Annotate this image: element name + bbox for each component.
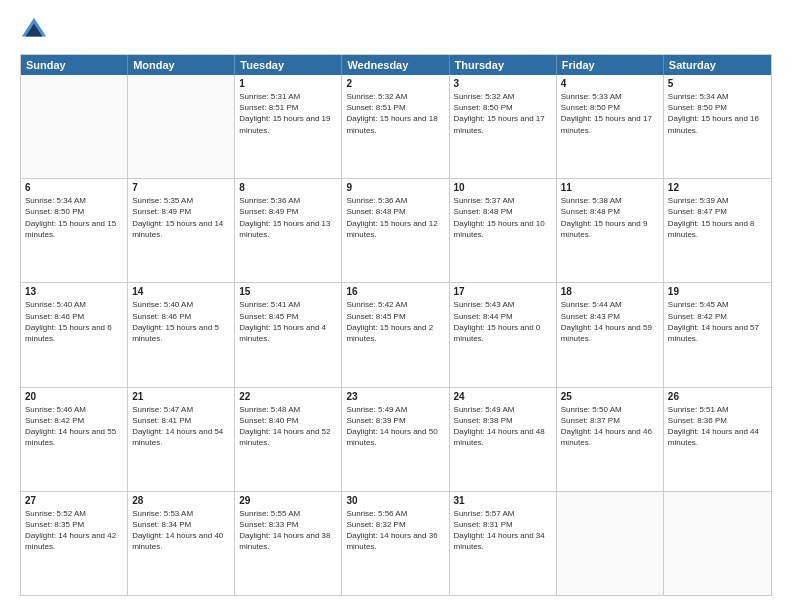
day-number: 15 [239,286,337,297]
calendar-cell: 31Sunrise: 5:57 AM Sunset: 8:31 PM Dayli… [450,492,557,595]
calendar-cell [664,492,771,595]
cell-info: Sunrise: 5:51 AM Sunset: 8:36 PM Dayligh… [668,404,767,449]
calendar-header-cell: Monday [128,55,235,75]
cell-info: Sunrise: 5:49 AM Sunset: 8:38 PM Dayligh… [454,404,552,449]
day-number: 9 [346,182,444,193]
cell-info: Sunrise: 5:34 AM Sunset: 8:50 PM Dayligh… [25,195,123,240]
calendar-cell: 21Sunrise: 5:47 AM Sunset: 8:41 PM Dayli… [128,388,235,491]
cell-info: Sunrise: 5:41 AM Sunset: 8:45 PM Dayligh… [239,299,337,344]
calendar-cell: 16Sunrise: 5:42 AM Sunset: 8:45 PM Dayli… [342,283,449,386]
day-number: 5 [668,78,767,89]
cell-info: Sunrise: 5:34 AM Sunset: 8:50 PM Dayligh… [668,91,767,136]
day-number: 27 [25,495,123,506]
calendar-cell: 28Sunrise: 5:53 AM Sunset: 8:34 PM Dayli… [128,492,235,595]
calendar-cell: 30Sunrise: 5:56 AM Sunset: 8:32 PM Dayli… [342,492,449,595]
cell-info: Sunrise: 5:38 AM Sunset: 8:48 PM Dayligh… [561,195,659,240]
calendar-cell: 8Sunrise: 5:36 AM Sunset: 8:49 PM Daylig… [235,179,342,282]
cell-info: Sunrise: 5:47 AM Sunset: 8:41 PM Dayligh… [132,404,230,449]
cell-info: Sunrise: 5:42 AM Sunset: 8:45 PM Dayligh… [346,299,444,344]
calendar-cell: 2Sunrise: 5:32 AM Sunset: 8:51 PM Daylig… [342,75,449,178]
calendar-cell: 10Sunrise: 5:37 AM Sunset: 8:48 PM Dayli… [450,179,557,282]
cell-info: Sunrise: 5:57 AM Sunset: 8:31 PM Dayligh… [454,508,552,553]
calendar-cell: 5Sunrise: 5:34 AM Sunset: 8:50 PM Daylig… [664,75,771,178]
calendar-week: 20Sunrise: 5:46 AM Sunset: 8:42 PM Dayli… [21,388,771,492]
day-number: 3 [454,78,552,89]
cell-info: Sunrise: 5:33 AM Sunset: 8:50 PM Dayligh… [561,91,659,136]
day-number: 26 [668,391,767,402]
cell-info: Sunrise: 5:52 AM Sunset: 8:35 PM Dayligh… [25,508,123,553]
calendar-cell: 3Sunrise: 5:32 AM Sunset: 8:50 PM Daylig… [450,75,557,178]
calendar: SundayMondayTuesdayWednesdayThursdayFrid… [20,54,772,596]
calendar-cell: 13Sunrise: 5:40 AM Sunset: 8:46 PM Dayli… [21,283,128,386]
calendar-cell [128,75,235,178]
calendar-cell: 26Sunrise: 5:51 AM Sunset: 8:36 PM Dayli… [664,388,771,491]
day-number: 24 [454,391,552,402]
header [20,16,772,44]
day-number: 13 [25,286,123,297]
day-number: 7 [132,182,230,193]
calendar-cell: 20Sunrise: 5:46 AM Sunset: 8:42 PM Dayli… [21,388,128,491]
day-number: 29 [239,495,337,506]
cell-info: Sunrise: 5:36 AM Sunset: 8:49 PM Dayligh… [239,195,337,240]
day-number: 10 [454,182,552,193]
calendar-week: 1Sunrise: 5:31 AM Sunset: 8:51 PM Daylig… [21,75,771,179]
calendar-body: 1Sunrise: 5:31 AM Sunset: 8:51 PM Daylig… [21,75,771,595]
day-number: 1 [239,78,337,89]
day-number: 11 [561,182,659,193]
cell-info: Sunrise: 5:46 AM Sunset: 8:42 PM Dayligh… [25,404,123,449]
calendar-cell: 24Sunrise: 5:49 AM Sunset: 8:38 PM Dayli… [450,388,557,491]
calendar-cell: 19Sunrise: 5:45 AM Sunset: 8:42 PM Dayli… [664,283,771,386]
day-number: 19 [668,286,767,297]
cell-info: Sunrise: 5:40 AM Sunset: 8:46 PM Dayligh… [132,299,230,344]
day-number: 6 [25,182,123,193]
calendar-cell: 17Sunrise: 5:43 AM Sunset: 8:44 PM Dayli… [450,283,557,386]
calendar-header-cell: Saturday [664,55,771,75]
day-number: 23 [346,391,444,402]
cell-info: Sunrise: 5:43 AM Sunset: 8:44 PM Dayligh… [454,299,552,344]
cell-info: Sunrise: 5:45 AM Sunset: 8:42 PM Dayligh… [668,299,767,344]
calendar-week: 27Sunrise: 5:52 AM Sunset: 8:35 PM Dayli… [21,492,771,595]
day-number: 30 [346,495,444,506]
calendar-header-cell: Friday [557,55,664,75]
day-number: 8 [239,182,337,193]
page: SundayMondayTuesdayWednesdayThursdayFrid… [0,0,792,612]
cell-info: Sunrise: 5:35 AM Sunset: 8:49 PM Dayligh… [132,195,230,240]
calendar-header-cell: Tuesday [235,55,342,75]
day-number: 21 [132,391,230,402]
cell-info: Sunrise: 5:50 AM Sunset: 8:37 PM Dayligh… [561,404,659,449]
cell-info: Sunrise: 5:32 AM Sunset: 8:50 PM Dayligh… [454,91,552,136]
calendar-cell: 22Sunrise: 5:48 AM Sunset: 8:40 PM Dayli… [235,388,342,491]
calendar-cell [557,492,664,595]
day-number: 4 [561,78,659,89]
cell-info: Sunrise: 5:39 AM Sunset: 8:47 PM Dayligh… [668,195,767,240]
cell-info: Sunrise: 5:36 AM Sunset: 8:48 PM Dayligh… [346,195,444,240]
cell-info: Sunrise: 5:56 AM Sunset: 8:32 PM Dayligh… [346,508,444,553]
calendar-week: 6Sunrise: 5:34 AM Sunset: 8:50 PM Daylig… [21,179,771,283]
calendar-header-cell: Sunday [21,55,128,75]
day-number: 18 [561,286,659,297]
cell-info: Sunrise: 5:53 AM Sunset: 8:34 PM Dayligh… [132,508,230,553]
calendar-cell: 12Sunrise: 5:39 AM Sunset: 8:47 PM Dayli… [664,179,771,282]
cell-info: Sunrise: 5:37 AM Sunset: 8:48 PM Dayligh… [454,195,552,240]
day-number: 20 [25,391,123,402]
calendar-cell: 14Sunrise: 5:40 AM Sunset: 8:46 PM Dayli… [128,283,235,386]
logo [20,16,52,44]
calendar-cell: 23Sunrise: 5:49 AM Sunset: 8:39 PM Dayli… [342,388,449,491]
calendar-cell: 18Sunrise: 5:44 AM Sunset: 8:43 PM Dayli… [557,283,664,386]
day-number: 31 [454,495,552,506]
cell-info: Sunrise: 5:49 AM Sunset: 8:39 PM Dayligh… [346,404,444,449]
calendar-cell: 15Sunrise: 5:41 AM Sunset: 8:45 PM Dayli… [235,283,342,386]
calendar-cell: 4Sunrise: 5:33 AM Sunset: 8:50 PM Daylig… [557,75,664,178]
calendar-cell: 27Sunrise: 5:52 AM Sunset: 8:35 PM Dayli… [21,492,128,595]
calendar-header-cell: Thursday [450,55,557,75]
calendar-cell: 6Sunrise: 5:34 AM Sunset: 8:50 PM Daylig… [21,179,128,282]
calendar-week: 13Sunrise: 5:40 AM Sunset: 8:46 PM Dayli… [21,283,771,387]
day-number: 17 [454,286,552,297]
day-number: 28 [132,495,230,506]
cell-info: Sunrise: 5:32 AM Sunset: 8:51 PM Dayligh… [346,91,444,136]
day-number: 12 [668,182,767,193]
day-number: 16 [346,286,444,297]
calendar-cell [21,75,128,178]
day-number: 14 [132,286,230,297]
calendar-cell: 29Sunrise: 5:55 AM Sunset: 8:33 PM Dayli… [235,492,342,595]
